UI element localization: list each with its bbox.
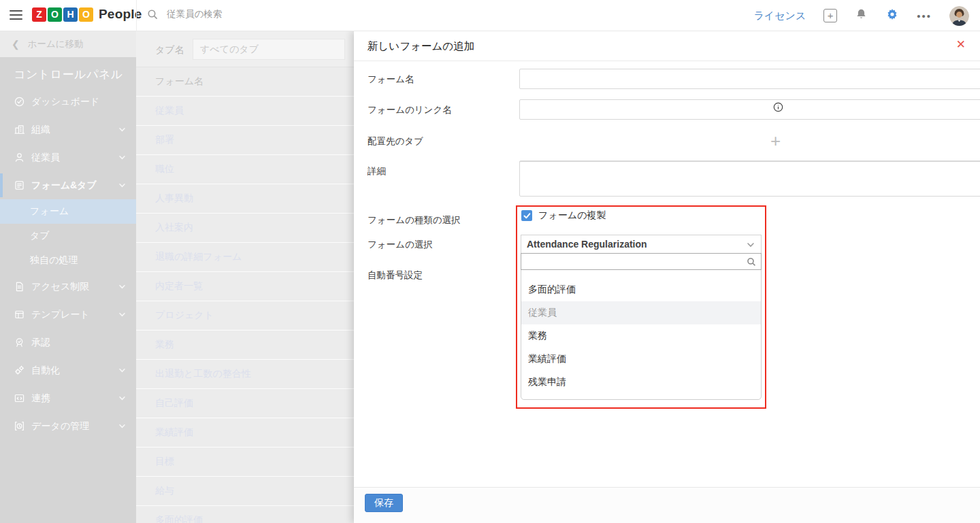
combobox-search bbox=[521, 253, 762, 270]
dropdown-option[interactable]: 従業員 bbox=[521, 301, 761, 324]
form-link-name-input[interactable] bbox=[519, 99, 980, 120]
organization-icon bbox=[14, 124, 25, 135]
info-icon[interactable] bbox=[773, 102, 783, 115]
form-list-item[interactable]: 従業員 bbox=[136, 97, 354, 126]
form-list-item[interactable]: 人事異動 bbox=[136, 184, 354, 214]
form-type-label: フォームの種類の選択 bbox=[368, 214, 461, 226]
form-list: 従業員部署職位人事異動入社案内退職の詳細フォーム内定者一覧プロジェクト業務出退勤… bbox=[136, 97, 354, 523]
chevron-down-icon bbox=[746, 240, 755, 252]
back-to-home-link[interactable]: ❮ ホームに移動 bbox=[0, 31, 136, 57]
sidebar-item[interactable]: データの管理 bbox=[0, 412, 136, 440]
sidebar-item-label: アクセス制限 bbox=[31, 281, 89, 293]
sidebar-item-label: テンプレート bbox=[31, 309, 90, 321]
form-list-item[interactable]: 業務 bbox=[136, 331, 354, 360]
zoho-logo-tile: O bbox=[79, 7, 93, 22]
global-search-input[interactable]: 従業員の検索 bbox=[147, 8, 222, 20]
form-list-item[interactable]: 入社案内 bbox=[136, 214, 354, 243]
description-textarea[interactable] bbox=[519, 161, 980, 197]
sidebar-item[interactable]: 従業員 bbox=[0, 144, 136, 171]
chevron-left-icon: ❮ bbox=[12, 39, 20, 50]
close-icon[interactable]: ✕ bbox=[956, 39, 966, 50]
clone-form-checkbox[interactable] bbox=[521, 210, 532, 221]
modal-title: 新しいフォームの追加 bbox=[368, 39, 474, 54]
sidebar-item-label: 自動化 bbox=[31, 365, 60, 377]
form-list-item[interactable]: 給与 bbox=[136, 477, 354, 506]
sidebar-item[interactable]: フォーム&タブ bbox=[0, 171, 136, 199]
dropdown-option[interactable]: 残業申請 bbox=[521, 371, 761, 394]
search-icon bbox=[147, 9, 159, 20]
modal-header: 新しいフォームの追加 ✕ bbox=[354, 31, 980, 61]
dropdown-option[interactable]: 業務 bbox=[521, 324, 761, 348]
form-list-column-header: フォーム名 bbox=[136, 67, 354, 97]
chevron-down-icon bbox=[118, 365, 126, 376]
form-select-label: フォームの選択 bbox=[368, 239, 433, 251]
form-list-item[interactable]: 部署 bbox=[136, 126, 354, 155]
dashboard-icon bbox=[14, 96, 25, 107]
form-list-item[interactable]: 多面的評価 bbox=[136, 506, 354, 523]
sidebar-item[interactable]: 自動化 bbox=[0, 356, 136, 384]
tab-name-filter-label: タブ名 bbox=[155, 44, 184, 56]
license-link[interactable]: ライセンス bbox=[753, 10, 806, 22]
sidebar-item[interactable]: フォーム bbox=[0, 199, 136, 224]
sidebar: ❮ ホームに移動 コントロールパネル ダッシュボード組織従業員フォーム&タブフォ… bbox=[0, 31, 136, 523]
topbar-actions: ライセンス + ••• bbox=[753, 0, 980, 31]
sidebar-nav: ダッシュボード組織従業員フォーム&タブフォームタブ独自の処理アクセス制限テンプレ… bbox=[0, 88, 136, 440]
sidebar-item-label: 従業員 bbox=[31, 152, 60, 164]
hamburger-menu-icon[interactable] bbox=[10, 10, 22, 21]
access-restriction-icon bbox=[14, 281, 25, 292]
chevron-down-icon bbox=[118, 421, 126, 432]
brand-logo: ZOHO People bbox=[32, 7, 142, 22]
form-name-input[interactable] bbox=[519, 69, 980, 89]
brand-product-name: People bbox=[99, 7, 142, 22]
sidebar-item[interactable]: アクセス制限 bbox=[0, 273, 136, 301]
form-list-item[interactable]: 内定者一覧 bbox=[136, 272, 354, 301]
zoho-logo-tile: O bbox=[48, 7, 62, 22]
dropdown-option[interactable]: 多面的評価 bbox=[521, 278, 761, 301]
search-icon bbox=[747, 257, 756, 267]
sidebar-item-label: 連携 bbox=[31, 392, 50, 405]
form-list-item[interactable]: 目標 bbox=[136, 448, 354, 477]
sidebar-item[interactable]: テンプレート bbox=[0, 301, 136, 328]
modal-footer: 保存 bbox=[354, 487, 980, 523]
search-placeholder: 従業員の検索 bbox=[167, 8, 222, 20]
combobox-selected-value[interactable]: Attendance Regularization bbox=[521, 235, 762, 254]
clone-form-checkbox-label: フォームの複製 bbox=[538, 209, 606, 222]
forms-list-pane: タブ名 すべてのタブ フォーム名 従業員部署職位人事異動入社案内退職の詳細フォー… bbox=[136, 31, 354, 523]
form-list-item[interactable]: 職位 bbox=[136, 155, 354, 184]
sidebar-item-label: データの管理 bbox=[31, 420, 89, 433]
template-icon bbox=[14, 309, 25, 320]
sidebar-item[interactable]: 独自の処理 bbox=[0, 248, 136, 273]
combobox-search-input[interactable] bbox=[521, 254, 761, 269]
quick-add-icon[interactable]: + bbox=[823, 9, 837, 22]
sidebar-item[interactable]: 組織 bbox=[0, 116, 136, 144]
back-to-home-label: ホームに移動 bbox=[28, 38, 84, 50]
form-list-item[interactable]: プロジェクト bbox=[136, 301, 354, 331]
tab-filter-select[interactable]: すべてのタブ bbox=[193, 39, 345, 60]
user-avatar[interactable] bbox=[949, 6, 969, 26]
form-select-combobox: Attendance Regularization 多面的評価従業員業務業績評価… bbox=[521, 235, 762, 400]
forms-tabs-icon bbox=[14, 180, 25, 191]
sidebar-section-title: コントロールパネル bbox=[14, 67, 136, 82]
zoho-logo-tile: H bbox=[63, 7, 78, 22]
form-list-item[interactable]: 自己評価 bbox=[136, 389, 354, 418]
sidebar-item-label: タブ bbox=[30, 230, 50, 242]
sidebar-item[interactable]: ダッシュボード bbox=[0, 88, 136, 116]
chevron-down-icon bbox=[118, 309, 126, 320]
more-options-icon[interactable]: ••• bbox=[917, 10, 932, 22]
add-tab-icon[interactable]: + bbox=[770, 132, 781, 150]
list-pane-header: タブ名 すべてのタブ bbox=[136, 31, 354, 67]
form-list-item[interactable]: 業績評価 bbox=[136, 418, 354, 448]
settings-gear-icon[interactable] bbox=[885, 7, 899, 24]
sidebar-item-label: フォーム&タブ bbox=[31, 180, 97, 192]
sidebar-item[interactable]: 連携 bbox=[0, 384, 136, 412]
form-list-item[interactable]: 退職の詳細フォーム bbox=[136, 243, 354, 272]
sidebar-item[interactable]: 承認 bbox=[0, 328, 136, 356]
save-button[interactable]: 保存 bbox=[365, 494, 403, 512]
integration-icon bbox=[14, 392, 25, 404]
dropdown-option[interactable]: 業績評価 bbox=[521, 348, 761, 371]
notifications-bell-icon[interactable] bbox=[855, 8, 868, 24]
data-management-icon bbox=[14, 420, 25, 432]
form-name-label: フォーム名 bbox=[368, 73, 414, 86]
sidebar-item[interactable]: タブ bbox=[0, 224, 136, 248]
form-list-item[interactable]: 出退勤と工数の整合性 bbox=[136, 360, 354, 389]
